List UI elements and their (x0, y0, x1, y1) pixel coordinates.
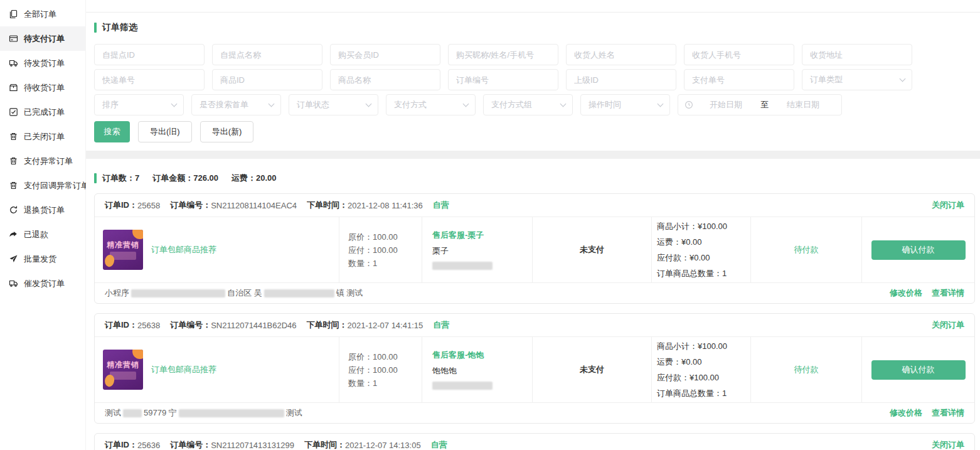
sidebar-item-all-orders[interactable]: 全部订单 (0, 2, 85, 26)
chevron-down-icon (171, 100, 178, 107)
sidebar-item-refunded[interactable]: 已退款 (0, 222, 85, 247)
product-image-text: 精准营销 (103, 360, 143, 370)
order-sn-label: 订单编号： (170, 439, 211, 450)
payment-status: 未支付 (580, 364, 604, 375)
order-id-label: 订单ID： (105, 319, 137, 331)
order-filter-panel: 订单筛选 订单类型 (86, 12, 980, 151)
confirm-payment-button[interactable]: 确认付款 (871, 240, 966, 260)
sidebar-item-pending-shipment[interactable]: 待发货订单 (0, 51, 85, 75)
buyer-member-id-input[interactable] (330, 44, 440, 65)
sidebar-item-urge-shipment[interactable]: 催发货订单 (0, 271, 85, 296)
section-accent-bar (94, 173, 97, 183)
order-sn-label: 订单编号： (170, 319, 211, 331)
original-price: 原价：100.00 (348, 350, 422, 363)
view-detail-link[interactable]: 查看详情 (932, 287, 964, 299)
buyer-nickname-input[interactable] (448, 44, 558, 65)
confirm-payment-button[interactable]: 确认付款 (871, 360, 966, 380)
first-order-select-value: 是否搜索首单 (200, 99, 248, 110)
subtotal: 商品小计：¥100.00 (657, 338, 750, 354)
order-sn-value: SN2112071413131299 (211, 441, 294, 450)
trash-icon (9, 156, 18, 166)
export-old-button[interactable]: 导出(旧) (138, 121, 192, 142)
export-new-button[interactable]: 导出(新) (200, 121, 254, 142)
edit-price-link[interactable]: 修改价格 (890, 287, 922, 299)
order-status-select[interactable]: 订单状态 (289, 94, 378, 115)
redacted-address (264, 289, 334, 297)
start-date-field[interactable]: 开始日期 (694, 99, 758, 110)
sidebar-item-completed[interactable]: 已完成订单 (0, 100, 85, 124)
product-name-input[interactable] (330, 69, 440, 90)
order-id-value: 25638 (137, 321, 160, 330)
sidebar-item-callback-exception[interactable]: 支付回调异常订单 (0, 173, 85, 198)
payment-method-select[interactable]: 支付方式 (386, 94, 476, 115)
chevron-down-icon (366, 100, 372, 107)
payment-group-select[interactable]: 支付方式组 (483, 94, 573, 115)
sidebar-item-label: 催发货订单 (24, 278, 65, 289)
receiver-phone-input[interactable] (684, 44, 794, 65)
sidebar-item-label: 已关闭订单 (24, 131, 65, 142)
parent-id-input[interactable] (566, 69, 676, 90)
view-detail-link[interactable]: 查看详情 (932, 407, 964, 419)
receiver-name-input[interactable] (566, 44, 676, 65)
product-name-link[interactable]: 订单包邮商品推荐 (151, 364, 216, 375)
order-time-value: 2021-12-07 14:13:05 (345, 441, 421, 450)
search-button[interactable]: 搜索 (94, 121, 130, 142)
sidebar-item-pending-receipt[interactable]: 待收货订单 (0, 75, 85, 100)
tracking-number-input[interactable] (94, 69, 205, 90)
customer-service-cell: 售后客服-栗子 栗子 (422, 217, 533, 282)
payable-price: 应付：100.00 (348, 363, 422, 377)
sidebar-item-closed[interactable]: 已关闭订单 (0, 124, 85, 149)
product-image-caption (110, 252, 136, 260)
trash-icon (9, 181, 18, 190)
redacted-address (131, 289, 225, 297)
pickup-id-input[interactable] (94, 44, 205, 65)
quantity: 数量：1 (348, 377, 422, 390)
order-card-footer: 测试 59779 宁 测试 修改价格 查看详情 (95, 402, 974, 423)
filter-buttons-row: 搜索 导出(旧) 导出(新) (94, 121, 975, 142)
buyer-name: 栗子 (432, 245, 532, 257)
operation-time-select[interactable]: 操作时间 (580, 94, 670, 115)
order-footer-links: 修改价格 查看详情 (890, 287, 964, 299)
product-image-text: 精准营销 (103, 240, 143, 250)
order-state: 待付款 (794, 364, 819, 375)
price-cell: 原价：100.00 应付：100.00 数量：1 (339, 337, 422, 402)
pickup-name-input[interactable] (212, 44, 322, 65)
order-sn-value: SN2112071441B62D46 (211, 321, 296, 330)
main-content: 订单筛选 订单类型 (86, 0, 980, 450)
close-order-link[interactable]: 关闭订单 (932, 200, 964, 211)
freight: 运费：¥0.00 (657, 234, 750, 250)
order-type-select[interactable]: 订单类型 (802, 69, 912, 90)
edit-price-link[interactable]: 修改价格 (890, 407, 922, 419)
order-number-input[interactable] (448, 69, 558, 90)
product-name-link[interactable]: 订单包邮商品推荐 (151, 244, 216, 255)
order-card-footer: 小程序 自治区 吴 镇 测试 修改价格 查看详情 (95, 282, 974, 303)
end-date-field[interactable]: 结束日期 (771, 99, 835, 110)
sidebar: 全部订单 待支付订单 待发货订单 待收货订单 已完成订单 已关闭订单 支付异常订… (0, 0, 86, 450)
customer-service-cell: 售后客服-饱饱 饱饱饱 (422, 337, 533, 402)
sidebar-item-payment-exception[interactable]: 支付异常订单 (0, 149, 85, 173)
order-state-cell: 待付款 (751, 217, 862, 282)
total-quantity: 订单商品总数量：1 (657, 265, 750, 281)
order-footer-links: 修改价格 查看详情 (890, 407, 964, 419)
payment-number-input[interactable] (684, 69, 794, 90)
sidebar-item-pending-payment[interactable]: 待支付订单 (0, 26, 85, 51)
sort-select[interactable]: 排序 (94, 94, 184, 115)
product-id-input[interactable] (212, 69, 322, 90)
first-order-select[interactable]: 是否搜索首单 (191, 94, 281, 115)
orders-summary: 订单数：7 订单金额：726.00 运费：20.00 (94, 173, 975, 184)
sidebar-item-label: 支付异常订单 (24, 156, 73, 167)
sidebar-item-batch-shipment[interactable]: 批量发货 (0, 247, 85, 271)
receiver-address-input[interactable] (802, 44, 912, 65)
close-order-link[interactable]: 关闭订单 (932, 439, 964, 450)
product-image[interactable]: 精准营销 (103, 350, 143, 390)
amount-payable: 应付款：¥100.00 (657, 370, 750, 385)
app: 全部订单 待支付订单 待发货订单 待收货订单 已完成订单 已关闭订单 支付异常订… (0, 0, 980, 450)
product-image[interactable]: 精准营销 (103, 230, 143, 270)
sidebar-item-return-exchange[interactable]: 退换货订单 (0, 198, 85, 222)
close-order-link[interactable]: 关闭订单 (932, 319, 964, 331)
totals-cell: 商品小计：¥100.00 运费：¥0.00 应付款：¥100.00 订单商品总数… (652, 337, 751, 402)
order-id-value: 25658 (137, 201, 160, 210)
orders-freight: 运费：20.00 (232, 173, 277, 184)
service-agent-title: 售后客服-饱饱 (432, 350, 532, 361)
date-range-picker[interactable]: 开始日期 至 结束日期 (678, 94, 842, 115)
